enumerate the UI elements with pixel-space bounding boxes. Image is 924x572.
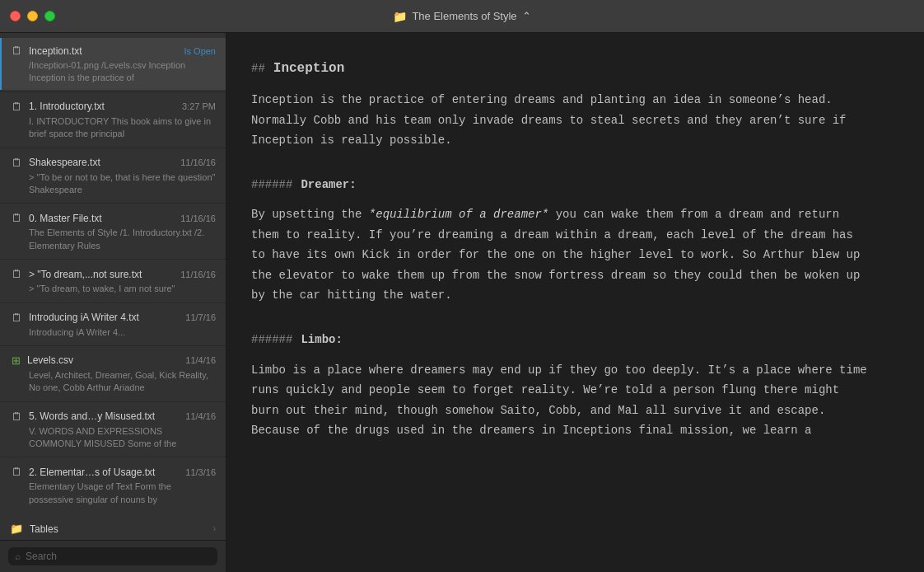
file-icon-txt: 🗒 (12, 45, 22, 57)
content-area: ##InceptionInception is the practice of … (226, 33, 924, 572)
item-preview: Elementary Usage of Text Form the posses… (12, 481, 216, 506)
item-name: Inception.txt (29, 45, 177, 57)
search-icon: ⌕ (15, 551, 21, 562)
title-chevron: ⌃ (522, 10, 531, 22)
chevron-right-icon: › (213, 524, 216, 533)
file-icon-txt: 🗒 (12, 101, 22, 113)
paragraph: By upsetting the *equilibrium of a dream… (251, 204, 869, 306)
section-dreamer: ######Dreamer:By upsetting the *equilibr… (251, 176, 869, 306)
traffic-lights[interactable] (10, 11, 55, 21)
sidebar-item-introductory[interactable]: 🗒1. Introductory.txt3:27 PMI. INTRODUCTO… (0, 94, 226, 146)
sidebar-search-bar: ⌕ (0, 540, 226, 572)
heading-text: Dreamer: (301, 176, 356, 195)
item-date: 11/4/16 (185, 411, 216, 421)
item-preview: Level, Architect, Dreamer, Goal, Kick Re… (12, 369, 216, 395)
sidebar: 🗒Inception.txtIs Open/Inception-01.png /… (0, 33, 226, 572)
item-name: 1. Introductory.txt (29, 101, 175, 112)
section-limbo: ######Limbo:Limbo is a place where dream… (251, 331, 869, 441)
sidebar-item-masterfile[interactable]: 🗒0. Master File.txt11/16/16The Elements … (0, 205, 226, 257)
sidebar-item-shakespeare[interactable]: 🗒Shakespeare.txt11/16/16> "To be or not … (0, 150, 226, 202)
heading-text: Inception (273, 58, 344, 80)
sidebar-item-todream[interactable]: 🗒> "To dream,...not sure.txt11/16/16> "T… (0, 261, 226, 300)
item-name: Introducing iA Writer 4.txt (29, 312, 179, 323)
maximize-button[interactable] (44, 11, 55, 21)
sidebar-item-levels[interactable]: ⊞Levels.csv11/4/16Level, Architect, Drea… (0, 348, 226, 400)
file-icon-txt: 🗒 (12, 410, 22, 423)
sidebar-item-elementary[interactable]: 🗒2. Elementar…s of Usage.txt11/3/16Eleme… (0, 459, 226, 511)
markdown-content: ##InceptionInception is the practice of … (251, 58, 869, 441)
heading-hashes: ###### (251, 176, 292, 195)
item-preview: /Inception-01.png /Levels.csv Inception … (12, 59, 216, 85)
titlebar-center: 📁 The Elements of Style ⌃ (393, 10, 530, 23)
item-preview: > "To dream, to wake, I am not sure" (12, 283, 216, 295)
item-date: Is Open (184, 46, 216, 56)
item-preview: I. INTRODUCTORY This book aims to give i… (12, 115, 216, 141)
folder-icon: 📁 (393, 10, 407, 23)
item-name: 2. Elementar…s of Usage.txt (29, 467, 179, 478)
item-preview: Introducing iA Writer 4... (12, 326, 216, 339)
item-preview: The Elements of Style /1. Introductory.t… (12, 227, 216, 252)
main-layout: 🗒Inception.txtIs Open/Inception-01.png /… (0, 33, 924, 572)
sidebar-item-inception[interactable]: 🗒Inception.txtIs Open/Inception-01.png /… (0, 38, 226, 90)
paragraph: Limbo is a place where dreamers may end … (251, 360, 869, 441)
close-button[interactable] (10, 11, 21, 21)
item-name: Shakespeare.txt (29, 157, 174, 168)
sidebar-item-introducing[interactable]: 🗒Introducing iA Writer 4.txt11/7/16Intro… (0, 305, 226, 344)
item-date: 11/7/16 (185, 312, 216, 322)
file-icon-csv: ⊞ (12, 354, 21, 367)
item-date: 11/3/16 (185, 467, 216, 477)
item-date: 11/16/16 (180, 157, 216, 167)
heading-hashes: ###### (251, 331, 292, 350)
file-icon-txt: 🗒 (12, 157, 22, 169)
sidebar-folder-tables[interactable]: 📁 Tables › (0, 518, 226, 540)
search-input-wrapper: ⌕ (8, 547, 217, 565)
minimize-button[interactable] (27, 11, 38, 21)
folder-icon: 📁 (10, 523, 23, 535)
item-name: 5. Words and…y Misused.txt (29, 410, 179, 422)
item-preview: > "To be or not to be, that is here the … (12, 171, 216, 197)
item-name: 0. Master File.txt (29, 213, 174, 224)
titlebar: 📁 The Elements of Style ⌃ (0, 0, 924, 33)
italic-text: *equilibrium of a dreamer* (369, 208, 548, 221)
file-icon-txt: 🗒 (12, 212, 22, 224)
item-date: 11/4/16 (185, 355, 216, 365)
item-preview: V. WORDS AND EXPRESSIONS COMMONLY MISUSE… (12, 425, 216, 451)
window-title: The Elements of Style (412, 10, 516, 22)
heading-text: Limbo: (301, 331, 342, 350)
item-name: Levels.csv (27, 354, 179, 366)
paragraph: Inception is the practice of entering dr… (251, 90, 869, 151)
folder-name: Tables (30, 523, 207, 535)
item-date: 11/16/16 (180, 270, 216, 279)
sidebar-list: 🗒Inception.txtIs Open/Inception-01.png /… (0, 33, 226, 518)
item-date: 11/16/16 (180, 213, 216, 223)
sidebar-item-words[interactable]: 🗒5. Words and…y Misused.txt11/4/16V. WOR… (0, 404, 226, 456)
item-name: > "To dream,...not sure.txt (29, 269, 174, 280)
file-icon-txt: 🗒 (12, 466, 22, 478)
section-inception: ##InceptionInception is the practice of … (251, 58, 869, 151)
file-icon-txt: 🗒 (12, 268, 22, 280)
file-icon-txt: 🗒 (12, 312, 22, 324)
heading-hashes: ## (251, 59, 265, 79)
search-input[interactable] (26, 551, 211, 562)
item-date: 3:27 PM (182, 101, 216, 111)
